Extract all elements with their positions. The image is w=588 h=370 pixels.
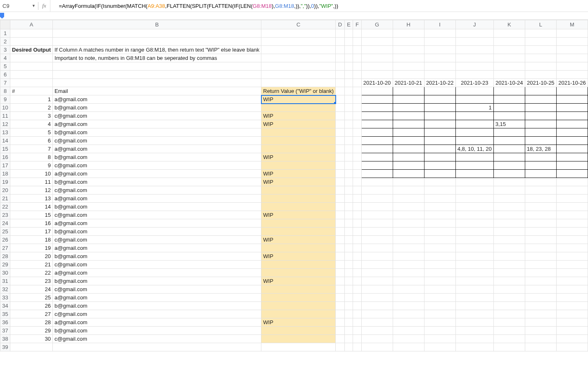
cell-I9[interactable] [424, 95, 455, 104]
cell-H30[interactable] [393, 269, 424, 277]
cell-J27[interactable] [455, 244, 493, 252]
cell-A16[interactable]: 8 [10, 153, 53, 161]
cell-C18[interactable]: WIP [261, 170, 336, 178]
cell-H10[interactable] [393, 104, 424, 112]
cell-E34[interactable] [344, 302, 353, 310]
row-header-29[interactable]: 29 [0, 261, 10, 269]
cell-K24[interactable] [493, 219, 525, 228]
cell-F29[interactable] [353, 261, 361, 269]
cell-L27[interactable] [525, 244, 556, 252]
cell-M33[interactable] [556, 294, 588, 302]
cell-A23[interactable]: 15 [10, 211, 53, 219]
column-header-L[interactable]: L [525, 20, 556, 29]
cell-B7[interactable] [53, 79, 261, 87]
cell-D11[interactable] [336, 112, 344, 120]
cell-K13[interactable] [493, 128, 525, 137]
cell-B18[interactable]: a@gmail.com [53, 170, 261, 178]
cell-M13[interactable] [556, 128, 588, 137]
cell-G32[interactable] [361, 285, 393, 294]
row-header-14[interactable]: 14 [0, 137, 10, 145]
cell-L18[interactable] [525, 170, 556, 178]
cell-F13[interactable] [353, 128, 361, 137]
cell-D30[interactable] [336, 269, 344, 277]
row-header-4[interactable]: 4 [0, 54, 10, 62]
cell-D9[interactable] [336, 95, 344, 104]
cell-G35[interactable] [361, 310, 393, 318]
cell-B14[interactable]: c@gmail.com [53, 137, 261, 145]
cell-L11[interactable] [525, 112, 556, 120]
cell-K2[interactable] [493, 38, 525, 46]
cell-B12[interactable]: a@gmail.com [53, 120, 261, 128]
cell-G29[interactable] [361, 261, 393, 269]
cell-G10[interactable] [361, 104, 393, 112]
cell-M1[interactable] [556, 29, 588, 38]
cell-H26[interactable] [393, 236, 424, 244]
cell-I34[interactable] [424, 302, 455, 310]
cell-B23[interactable]: c@gmail.com [53, 211, 261, 219]
cell-J30[interactable] [455, 269, 493, 277]
cell-I17[interactable] [424, 161, 455, 170]
cell-H38[interactable] [393, 335, 424, 343]
cell-M39[interactable] [556, 343, 588, 351]
cell-F12[interactable] [353, 120, 361, 128]
cell-E15[interactable] [344, 145, 353, 153]
cell-L8[interactable] [525, 87, 556, 95]
spreadsheet-grid[interactable]: ABCDEFGHIJKLM123Desired OutputIf Column … [0, 20, 588, 351]
cell-B1[interactable] [53, 29, 261, 38]
cell-D23[interactable] [336, 211, 344, 219]
cell-J6[interactable] [455, 71, 493, 79]
cell-I24[interactable] [424, 219, 455, 228]
cell-I30[interactable] [424, 269, 455, 277]
cell-D25[interactable] [336, 228, 344, 236]
cell-H18[interactable] [393, 170, 424, 178]
cell-L24[interactable] [525, 219, 556, 228]
cell-L1[interactable] [525, 29, 556, 38]
cell-G7[interactable]: 2021-10-20 [361, 79, 393, 87]
cell-L32[interactable] [525, 285, 556, 294]
cell-I25[interactable] [424, 228, 455, 236]
cell-G15[interactable] [361, 145, 393, 153]
cell-G24[interactable] [361, 219, 393, 228]
cell-L12[interactable] [525, 120, 556, 128]
cell-K33[interactable] [493, 294, 525, 302]
cell-K31[interactable] [493, 277, 525, 285]
cell-F21[interactable] [353, 194, 361, 203]
cell-E20[interactable] [344, 186, 353, 194]
column-header-J[interactable]: J [455, 20, 493, 29]
cell-B21[interactable]: a@gmail.com [53, 194, 261, 203]
row-header-26[interactable]: 26 [0, 236, 10, 244]
column-header-G[interactable]: G [361, 20, 393, 29]
cell-F25[interactable] [353, 228, 361, 236]
cell-B36[interactable]: a@gmail.com [53, 318, 261, 327]
cell-E21[interactable] [344, 194, 353, 203]
cell-G26[interactable] [361, 236, 393, 244]
cell-L6[interactable] [525, 71, 556, 79]
cell-J5[interactable] [455, 62, 493, 71]
row-header-38[interactable]: 38 [0, 335, 10, 343]
cell-L9[interactable] [525, 95, 556, 104]
row-header-20[interactable]: 20 [0, 186, 10, 194]
row-header-9[interactable]: 9 [0, 95, 10, 104]
cell-C14[interactable] [261, 137, 336, 145]
cell-M11[interactable] [556, 112, 588, 120]
cell-E24[interactable] [344, 219, 353, 228]
cell-L34[interactable] [525, 302, 556, 310]
cell-B34[interactable]: b@gmail.com [53, 302, 261, 310]
cell-I31[interactable] [424, 277, 455, 285]
cell-E27[interactable] [344, 244, 353, 252]
cell-K15[interactable] [493, 145, 525, 153]
cell-F15[interactable] [353, 145, 361, 153]
cell-E14[interactable] [344, 137, 353, 145]
cell-C13[interactable] [261, 128, 336, 137]
row-header-36[interactable]: 36 [0, 318, 10, 327]
cell-K25[interactable] [493, 228, 525, 236]
cell-E32[interactable] [344, 285, 353, 294]
cell-I6[interactable] [424, 71, 455, 79]
cell-F18[interactable] [353, 170, 361, 178]
cell-L2[interactable] [525, 38, 556, 46]
cell-J1[interactable] [455, 29, 493, 38]
cell-F9[interactable] [353, 95, 361, 104]
cell-I38[interactable] [424, 335, 455, 343]
row-header-7[interactable]: 7 [0, 79, 10, 87]
cell-K11[interactable] [493, 112, 525, 120]
